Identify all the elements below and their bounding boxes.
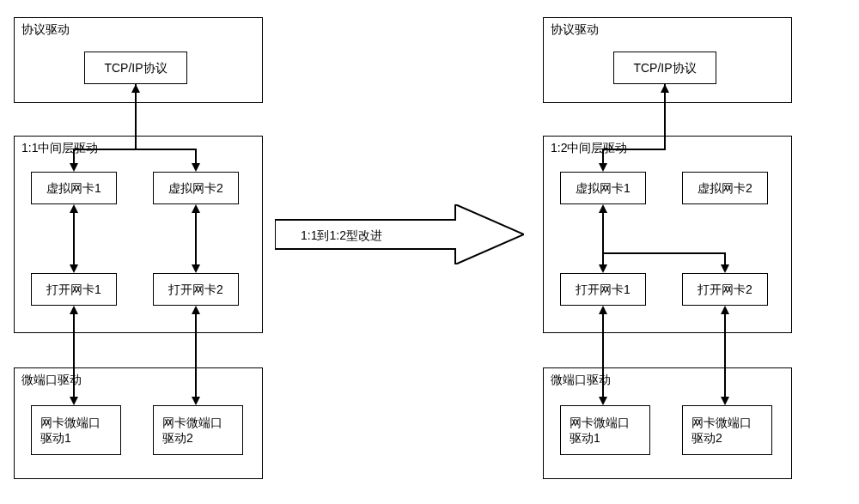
left-arrow-tcp-down [135,84,137,149]
right-arrow-tcp-down [664,84,666,149]
network-driver-diagram: 协议驱动 TCP/IP协议 1:1中间层驱动 虚拟网卡1 虚拟网卡2 打开网卡1… [0,0,859,504]
right-arrowhead-o1 [599,264,607,273]
right-open-card-1-box: 打开网卡1 [560,273,646,306]
left-miniport-2-line2: 驱动2 [162,430,193,446]
left-arrowhead-v2-o2-down [192,264,200,273]
left-open-card-2-label: 打开网卡2 [168,282,223,297]
right-arrow-o1-m1 [602,313,604,398]
right-tcp-ip-box: TCP/IP协议 [613,52,716,84]
right-miniport-driver-label: 微端口驱动 [551,373,784,388]
right-arrowhead-tcp-v1 [599,163,607,172]
left-virtual-card-2-box: 虚拟网卡2 [153,172,239,204]
right-miniport-1-box: 网卡微端口 驱动1 [560,405,650,455]
right-arrowhead-o2 [721,264,729,273]
big-arrow-label: 1:1到1:2型改进 [301,228,382,244]
right-arrow-v1-down [602,211,604,252]
left-miniport-driver-label: 微端口驱动 [21,373,255,388]
left-miniport-1-box: 网卡微端口 驱动1 [31,405,121,455]
left-virtual-card-1-box: 虚拟网卡1 [31,172,117,204]
right-arrowhead-v1-up [599,204,607,213]
left-arrow-o1-m1 [73,313,75,398]
left-arrowhead-v1-o1-down [70,264,78,273]
right-protocol-driver-label: 协议驱动 [551,22,784,38]
right-virtual-card-1-label: 虚拟网卡1 [576,180,631,196]
right-virtual-card-2-label: 虚拟网卡2 [698,180,752,196]
right-arrow-o2-m2 [724,313,726,398]
right-arrowhead-o1-m1-up [599,306,607,314]
left-arrow-v2-o2 [195,211,197,267]
right-arrow-tcp-h [602,149,666,150]
right-arrowhead-o2-m2-up [721,306,729,314]
left-arrowhead-o2-m2-down [192,397,200,405]
right-middle-driver-label: 1:2中间层驱动 [551,141,784,156]
left-open-card-1-box: 打开网卡1 [31,273,117,306]
left-arrowhead-tcp-up [131,84,140,93]
left-miniport-1-line2: 驱动1 [40,430,71,446]
left-open-card-2-box: 打开网卡2 [153,273,239,306]
right-arrowhead-o1-m1-down [599,397,607,405]
right-arrowhead-o2-m2-down [721,397,729,405]
left-arrowhead-tcp-v1 [70,163,78,172]
left-arrowhead-tcp-v2 [192,163,200,172]
left-arrowhead-o2-m2-up [192,306,200,314]
left-tcp-ip-label: TCP/IP协议 [104,60,167,76]
right-arrowhead-tcp-up [661,84,669,93]
left-arrowhead-o1-m1-up [70,306,78,314]
left-virtual-card-1-label: 虚拟网卡1 [46,180,101,196]
right-virtual-card-2-box: 虚拟网卡2 [682,172,768,204]
left-arrowhead-v2-o2-up [192,204,200,213]
right-miniport-2-line2: 驱动2 [691,430,722,446]
left-arrow-v1-o1 [73,211,75,267]
right-miniport-2-line1: 网卡微端口 [691,415,752,430]
left-protocol-driver-label: 协议驱动 [21,22,255,38]
left-tcp-ip-box: TCP/IP协议 [84,52,187,84]
left-arrow-tcp-fork-h [73,149,197,150]
left-arrowhead-o1-m1-down [70,397,78,405]
left-miniport-2-box: 网卡微端口 驱动2 [153,405,243,455]
left-arrowhead-v1-o1-up [70,204,78,213]
right-tcp-ip-label: TCP/IP协议 [633,60,696,76]
right-miniport-1-line2: 驱动1 [570,430,600,446]
right-arrow-v1-fork-h [602,252,726,254]
right-miniport-1-line1: 网卡微端口 [570,415,630,430]
right-open-card-2-label: 打开网卡2 [698,282,752,297]
left-open-card-1-label: 打开网卡1 [46,282,101,297]
right-miniport-2-box: 网卡微端口 驱动2 [682,405,772,455]
left-miniport-1-line1: 网卡微端口 [40,415,101,430]
right-open-card-2-box: 打开网卡2 [682,273,768,306]
right-open-card-1-label: 打开网卡1 [576,282,631,297]
right-virtual-card-1-box: 虚拟网卡1 [560,172,646,204]
left-virtual-card-2-label: 虚拟网卡2 [168,180,223,196]
left-miniport-2-line1: 网卡微端口 [162,415,222,430]
left-arrow-o2-m2 [195,313,197,398]
